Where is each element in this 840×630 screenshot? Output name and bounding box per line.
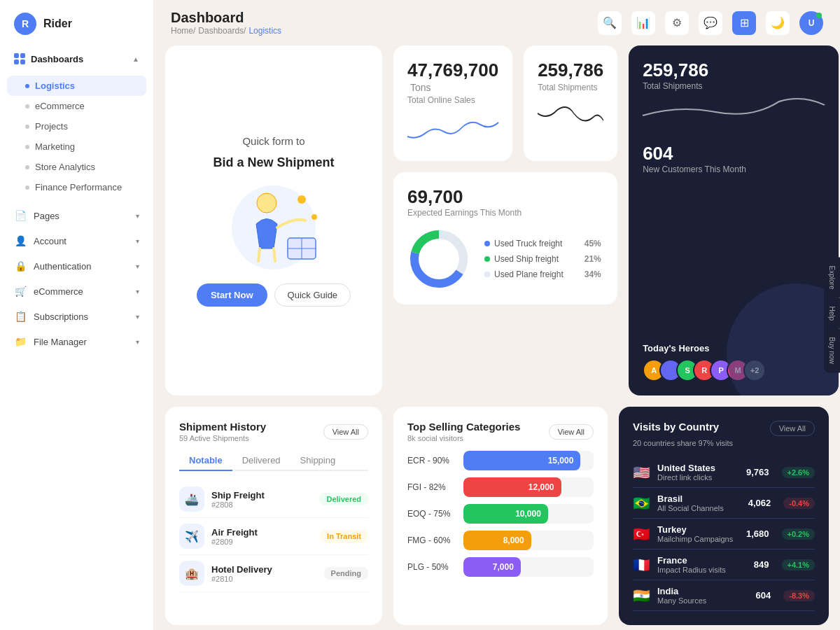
country-row-1: 🇧🇷 Brasil All Social Channels 4,062 -0.4… [633, 488, 815, 519]
chevron-right-icon: ▾ [136, 237, 139, 245]
dark-stats-card: 259,786 Total Shipments 604 New Customer… [629, 46, 839, 396]
svg-point-6 [312, 214, 317, 220]
tab-shipping[interactable]: Shipping [290, 451, 346, 470]
top-grid: Quick form to Bid a New Shipment [165, 46, 829, 396]
online-indicator [816, 13, 822, 18]
bar-fill-2: 10,000 [463, 504, 548, 524]
bottom-grid: Shipment History 59 Active Shipments Vie… [165, 407, 829, 625]
shipment-row-0: 🚢 Ship Freight #2808 Delivered [179, 481, 368, 518]
page-title: Dashboard [171, 10, 281, 26]
ship-status-0: Delivered [319, 493, 368, 505]
dashboards-items: Logistics eCommerce Projects Marketing S… [0, 70, 153, 203]
nav-authentication[interactable]: 🔒 Authentication ▾ [0, 253, 153, 279]
chevron-right-icon: ▾ [136, 262, 139, 270]
total-shipments-value: 259,786 [538, 59, 603, 80]
chevron-right-icon: ▾ [136, 338, 139, 346]
tab-delivered[interactable]: Delivered [232, 451, 290, 470]
breadcrumb: Home/ Dashboards/ Logistics [171, 26, 281, 36]
tab-notable[interactable]: Notable [179, 451, 232, 471]
sidebar-item-projects[interactable]: Projects [0, 116, 153, 136]
top-stats-row: 47,769,700 Tons Total Online Sales 259, [393, 46, 617, 161]
nav-subscriptions[interactable]: 📋 Subscriptions ▾ [0, 304, 153, 329]
bar-row-1: FGI - 82% 12,000 [407, 477, 594, 497]
messages-icon[interactable]: 💬 [699, 11, 722, 35]
explore-tab[interactable]: Explore [824, 258, 840, 298]
shipment-tabs: Notable Delivered Shipping [179, 451, 368, 471]
svg-rect-2 [14, 59, 19, 64]
file-manager-icon: 📁 [14, 335, 27, 348]
ship-id-1: #2809 [211, 538, 313, 546]
chevron-right-icon: ▾ [136, 212, 139, 220]
ship-id-2: #2810 [211, 575, 317, 583]
legend-truck: Used Truck freight 45% [484, 239, 601, 248]
earnings-card: 69,700 Expected Earnings This Month [393, 172, 617, 304]
nav-ecommerce[interactable]: 🛒 eCommerce ▾ [0, 279, 153, 304]
top-selling-card: Top Selling Categories 8k social visitor… [393, 407, 608, 625]
auth-icon: 🔒 [14, 260, 27, 272]
svg-rect-1 [20, 53, 25, 58]
visits-title: Visits by Country [633, 421, 719, 433]
ship-icon-1: ✈️ [179, 524, 204, 549]
analytics-icon[interactable]: 📊 [631, 11, 655, 35]
svg-point-7 [257, 193, 276, 213]
theme-icon[interactable]: 🌙 [766, 11, 790, 35]
sidebar-item-store-analytics[interactable]: Store Analytics [0, 157, 153, 177]
ship-status-2: Pending [324, 567, 368, 580]
total-sales-unit: Tons [410, 82, 431, 93]
flag-tr: 🇹🇷 [633, 526, 650, 542]
account-icon: 👤 [14, 234, 27, 247]
stats-column: 47,769,700 Tons Total Online Sales 259, [393, 46, 617, 344]
start-now-button[interactable]: Start Now [197, 284, 267, 307]
shipment-history-card: Shipment History 59 Active Shipments Vie… [165, 407, 382, 625]
dark-shipments-value: 259,786 [643, 59, 825, 81]
new-customers-label: New Customers This Month [643, 164, 825, 174]
country-row-3: 🇫🇷 France Impact Radius visits 849 +4.1% [633, 550, 815, 580]
legend-ship: Used Ship freight 21% [484, 254, 601, 264]
top-selling-title: Top Selling Categories [407, 421, 520, 433]
logo-name: Rider [43, 18, 72, 30]
dark-sparkline [643, 91, 825, 126]
chevron-up-icon: ▲ [132, 55, 139, 63]
legend-plane: Used Plane freight 34% [484, 270, 601, 279]
bar-fill-1: 12,000 [463, 477, 561, 497]
visits-view-all-button[interactable]: View All [770, 421, 815, 436]
bar-fill-4: 7,000 [463, 557, 521, 577]
quick-guide-button[interactable]: Quick Guide [274, 284, 351, 307]
nav-file-manager[interactable]: 📁 File Manager ▾ [0, 329, 153, 354]
grid-icon[interactable]: ⊞ [732, 11, 756, 35]
country-row-4: 🇮🇳 India Many Sources 604 -8.3% [633, 580, 815, 611]
nav-account[interactable]: 👤 Account ▾ [0, 228, 153, 253]
sidebar-item-finance[interactable]: Finance Performance [0, 177, 153, 197]
dashboards-group[interactable]: Dashboards ▲ [0, 48, 153, 70]
logo-icon: R [14, 13, 36, 35]
sales-sparkline [407, 112, 498, 147]
dashboards-icon [14, 53, 25, 64]
ship-name-1: Air Freight [211, 527, 313, 538]
nav-pages[interactable]: 📄 Pages ▾ [0, 203, 153, 228]
subscriptions-icon: 📋 [14, 310, 27, 323]
main-content: Dashboard Home/ Dashboards/ Logistics 🔍 … [154, 0, 840, 630]
total-sales-label: Total Online Sales [407, 95, 498, 105]
dark-shipments-label: Total Shipments [643, 81, 825, 91]
settings-icon[interactable]: ⚙ [665, 11, 689, 35]
ship-status-1: In Transit [320, 530, 368, 542]
bar-row-4: PLG - 50% 7,000 [407, 557, 594, 577]
total-sales-value: 47,769,700 [407, 59, 498, 80]
sidebar-item-marketing[interactable]: Marketing [0, 136, 153, 157]
help-tab[interactable]: Help [824, 298, 840, 329]
sidebar-item-ecommerce[interactable]: eCommerce [0, 96, 153, 116]
bars-container: ECR - 90% 15,000 FGI - 82% 12,000 EOQ - … [407, 451, 594, 577]
search-icon[interactable]: 🔍 [598, 11, 622, 35]
hero-illustration [211, 178, 337, 270]
topbar: Dashboard Home/ Dashboards/ Logistics 🔍 … [154, 0, 840, 46]
active-dot [25, 84, 29, 88]
buy-now-tab[interactable]: Buy now [824, 329, 840, 372]
shipment-view-all-button[interactable]: View All [323, 424, 368, 440]
bar-row-2: EOQ - 75% 10,000 [407, 504, 594, 524]
shipment-row-1: ✈️ Air Freight #2809 In Transit [179, 518, 368, 555]
sidebar-item-logistics[interactable]: Logistics [7, 76, 146, 96]
shipment-row-2: 🏨 Hotel Delivery #2810 Pending [179, 555, 368, 592]
visits-sub: 20 countries share 97% visits [633, 439, 815, 447]
earnings-value: 69,700 [407, 186, 463, 207]
selling-view-all-button[interactable]: View All [549, 424, 594, 440]
